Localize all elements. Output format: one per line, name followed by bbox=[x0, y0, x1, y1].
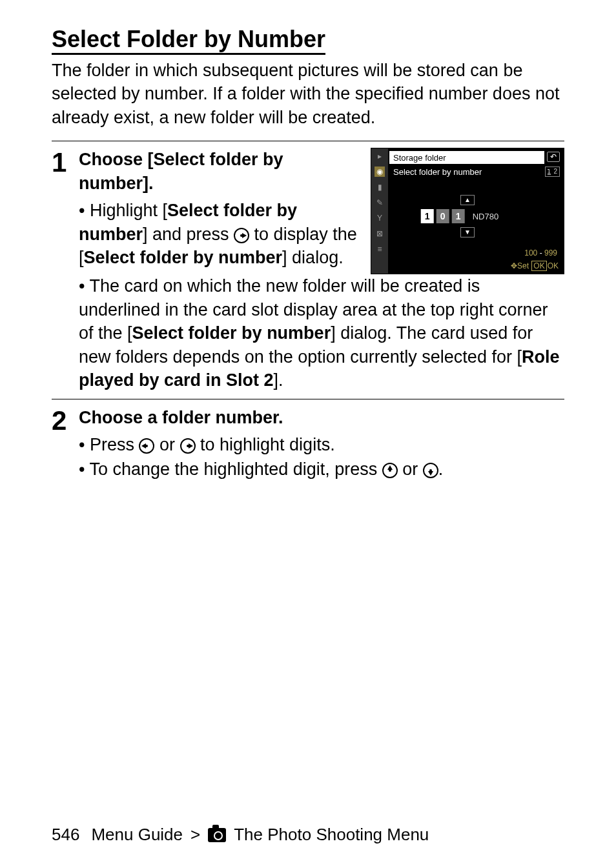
screenshot-arrow-down-icon: ▼ bbox=[460, 227, 475, 237]
step-title: Choose a folder number. bbox=[79, 406, 564, 429]
bold-term: Select folder by number bbox=[132, 323, 331, 343]
bullet: • The card on which the new folder will … bbox=[79, 274, 564, 392]
ok-badge: OK bbox=[531, 261, 546, 271]
section-heading: Select Folder by Number bbox=[52, 26, 325, 55]
menu-video-icon: ▮ bbox=[375, 182, 385, 192]
step-body: Choose [Select folder by number]. • High… bbox=[79, 148, 564, 393]
multiselector-right-icon bbox=[180, 438, 196, 454]
ok-text: OK bbox=[548, 261, 559, 270]
text-run: to highlight digits. bbox=[196, 435, 335, 454]
screenshot-digits: 1 0 1 ND780 bbox=[421, 209, 498, 223]
text-run: • Highlight [ bbox=[79, 201, 167, 220]
step-title: Choose [Select folder by number]. bbox=[79, 148, 359, 195]
text-run: ] and press bbox=[143, 225, 234, 244]
range-low: 100 bbox=[524, 248, 537, 257]
text-run: • Press bbox=[79, 435, 139, 454]
menu-play-icon: ▸ bbox=[375, 151, 385, 161]
step: 2 Choose a folder number. • Press or to … bbox=[52, 399, 564, 488]
set-dpad-icon: ✥ bbox=[511, 261, 517, 270]
menu-camera-icon: ◉ bbox=[375, 167, 385, 177]
text-run: . bbox=[438, 459, 444, 479]
text-run: • To change the highlighted digit, press bbox=[79, 459, 382, 479]
screenshot-model: ND780 bbox=[473, 211, 498, 223]
screenshot-subtitle: Select folder by number bbox=[389, 165, 544, 178]
menu-retouch-icon: ⊠ bbox=[375, 228, 385, 239]
screenshot-arrow-up-icon: ▲ bbox=[460, 195, 475, 205]
screenshot-digit: 1 bbox=[421, 209, 434, 223]
bold-term: Select folder by number bbox=[84, 248, 283, 267]
breadcrumb-separator: > bbox=[190, 825, 200, 845]
page: Select Folder by Number The folder in wh… bbox=[0, 0, 616, 868]
menu-pencil-icon: ✎ bbox=[375, 197, 385, 208]
breadcrumb-section: Menu Guide bbox=[91, 825, 183, 845]
screenshot-back-icon: ↶ bbox=[547, 152, 560, 162]
breadcrumb-subsection: The Photo Shooting Menu bbox=[234, 825, 429, 845]
bullet-text: • The card on which the new folder will … bbox=[79, 274, 564, 392]
menu-mymenu-icon: ≡ bbox=[375, 244, 385, 254]
text-run: or bbox=[398, 459, 423, 479]
multiselector-right-icon bbox=[234, 228, 249, 243]
range-dash: - bbox=[540, 248, 544, 257]
text-run: ]. bbox=[274, 370, 283, 390]
bullet-text: • To change the highlighted digit, press… bbox=[79, 458, 564, 481]
screenshot-card-slots: 1̲ 2 bbox=[545, 167, 560, 177]
screenshot-set-hint: ✥Set OKOK bbox=[511, 261, 559, 271]
bullet-text: • Highlight [Select folder by number] an… bbox=[79, 199, 359, 269]
set-label: Set bbox=[517, 261, 529, 270]
step-number: 2 bbox=[52, 406, 79, 483]
bullet-text: • Press or to highlight digits. bbox=[79, 433, 564, 456]
camera-icon bbox=[208, 828, 226, 842]
bullet: • Press or to highlight digits. bbox=[79, 433, 564, 456]
step-number: 1 bbox=[52, 148, 79, 393]
screenshot-range: 100 - 999 bbox=[524, 248, 557, 258]
text-run: or bbox=[154, 435, 180, 454]
step-body: Choose a folder number. • Press or to hi… bbox=[79, 406, 564, 483]
steps-list: 1 Choose [Select folder by number]. • Hi… bbox=[52, 141, 564, 488]
multiselector-up-icon bbox=[382, 463, 398, 478]
screenshot-digit: 0 bbox=[436, 209, 449, 223]
screenshot-title: Storage folder bbox=[389, 151, 544, 164]
multiselector-left-icon bbox=[139, 438, 154, 454]
bullet: • Highlight [Select folder by number] an… bbox=[79, 199, 359, 269]
camera-screenshot: ▸ ◉ ▮ ✎ Y ⊠ ≡ Storage folder ↶ Select fo… bbox=[371, 148, 564, 274]
screenshot-sidebar: ▸ ◉ ▮ ✎ Y ⊠ ≡ bbox=[371, 148, 388, 274]
intro-paragraph: The folder in which subsequent pictures … bbox=[52, 59, 564, 129]
screenshot-digit: 1 bbox=[452, 209, 465, 223]
multiselector-down-icon bbox=[423, 463, 438, 478]
step: 1 Choose [Select folder by number]. • Hi… bbox=[52, 141, 564, 398]
range-high: 999 bbox=[544, 248, 557, 257]
bullet: • To change the highlighted digit, press… bbox=[79, 458, 564, 481]
page-number: 546 bbox=[52, 825, 79, 845]
page-footer: 546 Menu Guide > The Photo Shooting Menu bbox=[52, 825, 564, 845]
menu-wrench-icon: Y bbox=[375, 213, 385, 223]
text-run: ] dialog. bbox=[282, 248, 344, 267]
